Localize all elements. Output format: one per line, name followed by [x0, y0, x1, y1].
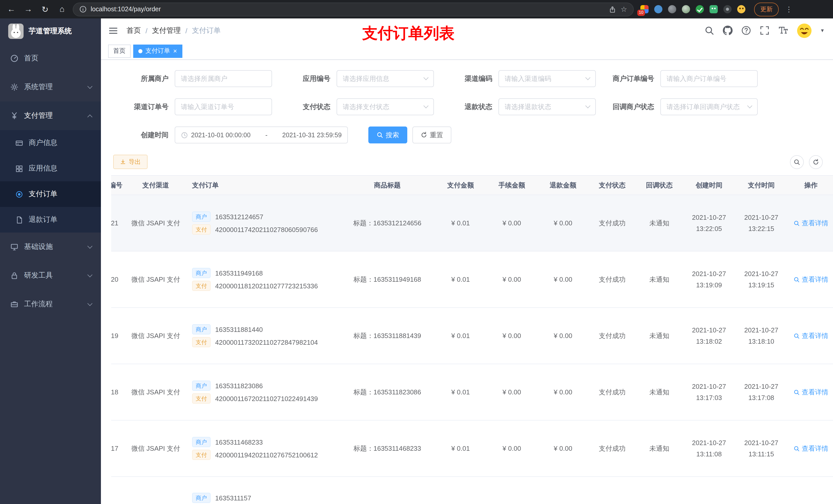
sidebar-item-app-info[interactable]: 应用信息 — [0, 156, 101, 181]
merchant-tag: 商户 — [192, 381, 211, 391]
breadcrumb-home[interactable]: 首页 — [126, 26, 141, 35]
notify-status-select[interactable]: 请选择订单回调商户状态 — [660, 98, 758, 115]
export-button-label: 导出 — [128, 158, 141, 166]
channel-code-select[interactable]: 请输入渠道编码 — [498, 70, 596, 87]
filter-label: 回调商户状态 — [603, 102, 660, 112]
cell-order: 商户1635311881440 支付4200001173202110272847… — [186, 308, 340, 364]
app-select[interactable]: 请选择应用信息 — [337, 70, 434, 87]
cell-pay-amount: ¥ 0.01 — [435, 308, 486, 364]
table-row[interactable]: 21 微信 JSAPI 支付 商户1635312124657 支付4200001… — [111, 195, 833, 251]
sidebar-item-system[interactable]: 系统管理 — [0, 73, 101, 101]
sidebar-item-refund-order[interactable]: 退款订单 — [0, 207, 101, 233]
cell-notify-status — [636, 477, 683, 504]
select-placeholder: 请选择订单回调商户状态 — [667, 102, 745, 112]
filter-group-pay-status: 支付状态 请选择支付状态 — [279, 98, 434, 115]
extension-chat-icon[interactable] — [710, 5, 718, 13]
merchant-select[interactable] — [175, 70, 272, 87]
table-header-row: 编号 支付渠道 支付订单 商品标题 支付金额 手续金额 退款金额 支付状态 回调… — [111, 175, 833, 195]
merchant-order-no-input[interactable] — [667, 75, 752, 82]
view-detail-link[interactable]: 查看详情 — [793, 218, 828, 228]
view-detail-link[interactable]: 查看详情 — [793, 275, 828, 284]
browser-home-icon[interactable]: ⌂ — [56, 3, 68, 15]
toggle-search-button[interactable] — [790, 155, 804, 169]
sidebar-item-workflow[interactable]: 工作流程 — [0, 290, 101, 318]
address-bar[interactable]: localhost:1024/pay/order ☆ — [73, 2, 634, 16]
sidebar-item-label: 商户信息 — [29, 138, 57, 147]
view-detail-link[interactable]: 查看详情 — [793, 444, 828, 453]
site-info-icon[interactable] — [79, 6, 87, 13]
extension-drop-icon[interactable] — [654, 5, 662, 13]
filter-group-channel-order-no: 渠道订单号 — [117, 98, 272, 115]
cell-pay-status: 支付成功 — [589, 364, 636, 420]
chevron-down-icon — [423, 75, 429, 80]
cell-pay-amount: ¥ 0.01 — [435, 364, 486, 420]
dashboard-icon — [10, 54, 19, 63]
merchant-order-no-field[interactable] — [660, 70, 758, 87]
avatar-caret-icon[interactable]: ▾ — [821, 27, 824, 34]
view-detail-label: 查看详情 — [802, 444, 828, 453]
filter-label: 渠道编码 — [441, 74, 498, 83]
cell-id: 20 — [111, 251, 125, 308]
extension-palette-icon[interactable]: 10 — [640, 5, 648, 13]
sidebar-item-label: 系统管理 — [24, 82, 82, 92]
chevron-down-icon — [423, 103, 429, 108]
view-detail-link[interactable]: 查看详情 — [793, 387, 828, 397]
tab-close-icon[interactable]: × — [173, 48, 177, 54]
reset-button[interactable]: 重置 — [412, 126, 451, 143]
merchant-input[interactable] — [181, 75, 266, 82]
cell-order: 商户1635311949168 支付4200001181202110277723… — [186, 251, 340, 308]
tab-home[interactable]: 首页 — [108, 44, 130, 57]
sidebar-item-infra[interactable]: 基础设施 — [0, 233, 101, 261]
cell-title: 标题：1635311949168 — [340, 251, 435, 308]
user-avatar[interactable] — [797, 23, 812, 38]
pay-order-no: 4200001194202110276752100612 — [215, 451, 318, 459]
browser-reload-icon[interactable]: ↻ — [39, 3, 51, 15]
tab-pay-order[interactable]: 支付订单 × — [133, 44, 182, 57]
browser-menu-icon[interactable]: ⋮ — [783, 5, 794, 13]
breadcrumb-pay-manage[interactable]: 支付管理 — [152, 26, 181, 35]
table-row[interactable]: 19 微信 JSAPI 支付 商户1635311881440 支付4200001… — [111, 308, 833, 364]
channel-order-no-input[interactable] — [181, 103, 266, 111]
extension-pin-icon[interactable] — [723, 5, 732, 13]
table-row-partial[interactable]: 商户1635311157 — [111, 477, 833, 504]
extension-globe-icon[interactable] — [668, 5, 676, 13]
view-detail-link[interactable]: 查看详情 — [793, 331, 828, 340]
refresh-table-button[interactable] — [809, 155, 823, 169]
browser-update-button[interactable]: 更新 — [754, 2, 779, 16]
sidebar-item-merchant-info[interactable]: 商户信息 — [0, 130, 101, 156]
select-placeholder: 请选择退款状态 — [505, 102, 583, 112]
browser-back-icon[interactable]: ← — [5, 3, 18, 15]
browser-forward-icon[interactable]: → — [22, 3, 34, 15]
pay-status-select[interactable]: 请选择支付状态 — [337, 98, 434, 115]
export-button[interactable]: 导出 — [113, 155, 147, 169]
search-icon[interactable] — [705, 26, 714, 35]
sidebar-item-devtools[interactable]: 研发工具 — [0, 261, 101, 290]
extension-check-icon[interactable] — [696, 5, 704, 13]
extension-row: 10 — [640, 5, 745, 13]
refund-status-select[interactable]: 请选择退款状态 — [498, 98, 596, 115]
github-icon[interactable] — [723, 26, 733, 35]
bookmark-star-icon[interactable]: ☆ — [621, 5, 627, 13]
font-size-icon[interactable] — [779, 26, 788, 35]
help-icon[interactable] — [742, 26, 751, 35]
merchant-order-no: 1635311823086 — [215, 382, 263, 389]
table-row[interactable]: 17 微信 JSAPI 支付 商户1635311468233 支付4200001… — [111, 420, 833, 477]
sidebar-item-home[interactable]: 首页 — [0, 44, 101, 73]
extension-face-icon[interactable] — [737, 5, 745, 13]
filter-label: 退款状态 — [441, 102, 498, 112]
fullscreen-icon[interactable] — [760, 26, 770, 35]
hamburger-icon[interactable] — [108, 25, 118, 35]
pay-order-line: 支付4200001181202110277723215336 — [192, 281, 337, 291]
sidebar-item-pay-order[interactable]: 支付订单 — [0, 181, 101, 207]
table-row[interactable]: 18 微信 JSAPI 支付 商户1635311823086 支付4200001… — [111, 364, 833, 420]
table-row[interactable]: 20 微信 JSAPI 支付 商户1635311949168 支付4200001… — [111, 251, 833, 308]
search-button[interactable]: 搜索 — [368, 126, 407, 143]
extension-orb-icon[interactable] — [682, 5, 690, 13]
share-icon[interactable] — [609, 5, 617, 13]
cell-pay-status: 支付成功 — [589, 420, 636, 477]
merchant-order-line: 商户1635311157 — [192, 493, 337, 503]
create-time-range-picker[interactable]: 2021-10-01 00:00:00 - 2021-10-31 23:59:5… — [175, 126, 348, 143]
sidebar-item-payment[interactable]: 支付管理 — [0, 101, 101, 130]
channel-order-no-field[interactable] — [175, 98, 272, 115]
cell-fee-amount: ¥ 0.00 — [486, 420, 538, 477]
